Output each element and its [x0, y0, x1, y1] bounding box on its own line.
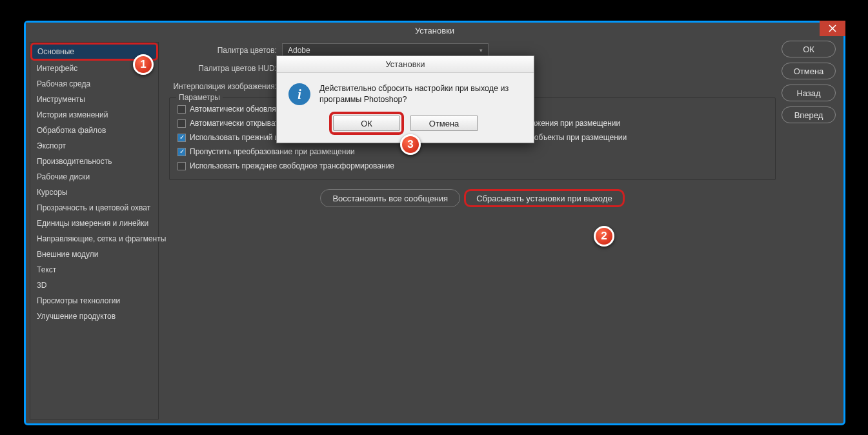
annotation-badge-3: 3 [400, 134, 421, 155]
close-icon [829, 25, 836, 32]
reset-on-quit-button[interactable]: Сбрасывать установки при выходе [464, 189, 624, 207]
chevron-down-icon: ▾ [479, 47, 483, 54]
confirm-ok-button[interactable]: ОК [333, 116, 400, 131]
color-picker-value: Adobe [288, 46, 310, 55]
confirm-dialog: Установки Действительно сбросить настрой… [276, 56, 534, 143]
sidebar-item-guides[interactable]: Направляющие, сетка и фрагменты [30, 231, 158, 247]
sidebar-item-type[interactable]: Текст [30, 262, 158, 278]
dialog-buttons-column: ОК Отмена Назад Вперед [782, 41, 836, 123]
sidebar-item-gamut[interactable]: Прозрачность и цветовой охват [30, 200, 158, 216]
sidebar-item-product[interactable]: Улучшение продуктов [30, 309, 158, 324]
restore-messages-button[interactable]: Восстановить все сообщения [320, 189, 460, 207]
forward-button[interactable]: Вперед [782, 106, 836, 123]
sidebar-item-cursors[interactable]: Курсоры [30, 185, 158, 200]
sidebar-item-history[interactable]: История изменений [30, 107, 158, 123]
fieldset-legend: Параметры [176, 93, 223, 102]
sidebar-item-performance[interactable]: Производительность [30, 154, 158, 169]
annotation-badge-2: 2 [594, 226, 614, 247]
annotation-badge-1: 1 [133, 54, 154, 75]
sidebar-item-3d[interactable]: 3D [30, 278, 158, 293]
ok-button[interactable]: ОК [782, 41, 836, 57]
sidebar-item-scratch[interactable]: Рабочие диски [30, 169, 158, 185]
sidebar-item-units[interactable]: Единицы измерения и линейки [30, 216, 158, 231]
sidebar-item-plugins[interactable]: Внешние модули [30, 247, 158, 262]
sidebar-item-filehandling[interactable]: Обработка файлов [30, 123, 158, 138]
window-title: Установки [415, 26, 454, 35]
info-icon [288, 83, 310, 105]
close-button[interactable] [820, 21, 845, 36]
confirm-dialog-title: Установки [277, 56, 534, 73]
back-button[interactable]: Назад [782, 85, 836, 101]
sidebar-item-workspace[interactable]: Рабочая среда [30, 76, 158, 92]
cancel-button[interactable]: Отмена [782, 63, 836, 79]
check-skip-transform[interactable]: Пропустить преобразование при размещении [177, 147, 394, 156]
window-titlebar: Установки [26, 23, 843, 38]
confirm-cancel-button[interactable]: Отмена [410, 116, 478, 131]
sidebar: Основные Интерфейс Рабочая среда Инструм… [30, 42, 159, 420]
interp-label: Интерполяция изображения: [169, 82, 282, 91]
check-legacy-free-transform[interactable]: Использовать прежднее свободное трансфор… [177, 161, 394, 170]
hud-label: Палитра цветов HUD: [169, 64, 282, 73]
confirm-dialog-text: Действительно сбросить настройки при вых… [319, 83, 522, 105]
sidebar-item-export[interactable]: Экспорт [30, 138, 158, 154]
sidebar-item-techpreviews[interactable]: Просмотры технологии [30, 293, 158, 309]
sidebar-item-tools[interactable]: Инструменты [30, 92, 158, 107]
color-picker-label: Палитра цветов: [169, 46, 282, 55]
